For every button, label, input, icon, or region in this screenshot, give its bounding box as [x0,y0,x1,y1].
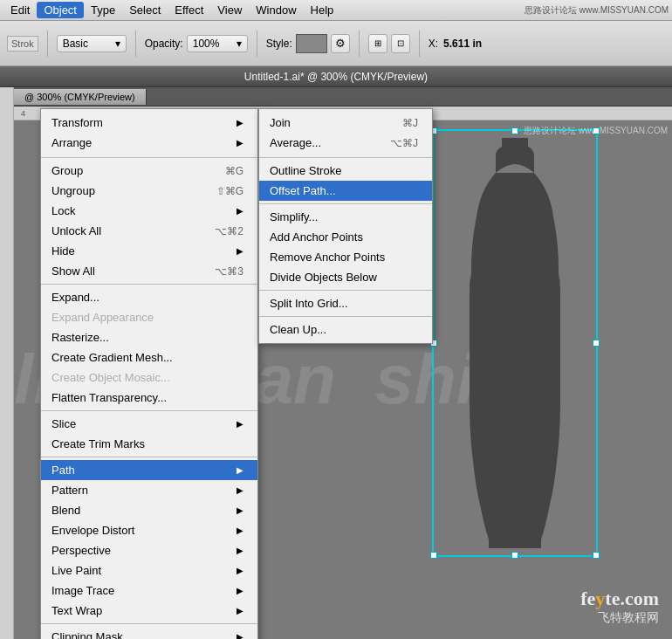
sep-1 [41,157,257,158]
menu-path-divide[interactable]: Divide Objects Below [259,267,432,287]
menu-item-arrange[interactable]: Arrange [41,133,257,153]
watermark-corner: 思路设计论坛 www.MISSYUAN.COM [524,125,668,137]
menu-item-envelope[interactable]: Envelope Distort [41,520,257,540]
menu-item-transform[interactable]: Transform [41,113,257,133]
doc-titlebar: Untitled-1.ai* @ 300% (CMYK/Preview) [0,66,672,87]
grid-controls: ⊞ ⊡ [368,34,410,53]
menu-help[interactable]: Help [304,2,341,18]
path-sep-2 [259,203,432,204]
menu-object-dropdown: Transform Arrange Group ⌘G Ungroup ⇧⌘G L… [40,108,258,639]
menu-item-unlock-all[interactable]: Unlock All ⌥⌘2 [41,221,257,241]
menu-item-text-wrap[interactable]: Text Wrap [41,601,257,621]
handle-bl [430,552,437,559]
menu-item-path[interactable]: Path [41,460,257,480]
style-box[interactable] [296,34,327,53]
style-settings[interactable]: ⚙ [331,34,350,53]
menu-path-dropdown: Join ⌘J Average... ⌥⌘J Outline Stroke Of… [258,108,433,344]
logo-site: feyte.com [580,587,659,610]
menu-path-cleanup[interactable]: Clean Up... [259,320,432,340]
menu-path-simplify[interactable]: Simplify... [259,207,432,227]
menu-path-join[interactable]: Join ⌘J [259,113,432,133]
toolbar-separator-4 [359,31,360,57]
menubar: Edit Object Type Select Effect View Wind… [0,0,672,21]
toolbar-separator-1 [47,31,48,57]
path-sep-3 [259,290,432,291]
app-window: Edit Object Type Select Effect View Wind… [0,0,672,639]
menu-path-outline-stroke[interactable]: Outline Stroke [259,161,432,181]
logo-area: feyte.com 飞特教程网 [580,587,659,626]
menu-item-expand-appearance[interactable]: Expand Appearance [41,307,257,327]
menu-item-live-paint[interactable]: Live Paint [41,560,257,581]
handle-br [593,552,600,559]
bottle-silhouette [445,138,585,548]
menu-item-perspective[interactable]: Perspective [41,540,257,560]
menu-path-remove-anchor[interactable]: Remove Anchor Points [259,247,432,267]
opacity-label: Opacity: [145,38,183,50]
grid-button[interactable]: ⊞ [368,34,387,53]
menu-item-hide[interactable]: Hide [41,241,257,261]
menu-item-image-trace[interactable]: Image Trace [41,581,257,601]
style-label: Style: [266,38,292,50]
sep-3 [41,410,257,411]
menu-item-slice[interactable]: Slice [41,414,257,434]
menu-path-add-anchor[interactable]: Add Anchor Points [259,227,432,247]
body-area: @ 300% (CMYK/Preview) 41/251/26 licious … [0,87,672,639]
menu-item-create-mosaic[interactable]: Create Object Mosaic... [41,368,257,388]
menu-path-offset[interactable]: Offset Path... [259,181,432,201]
logo-sub: 飞特教程网 [580,610,659,626]
menu-path-split-grid[interactable]: Split Into Grid... [259,293,432,313]
handle-tm [511,127,518,134]
sep-4 [41,457,257,457]
menu-item-pattern[interactable]: Pattern [41,480,257,500]
menu-item-clipping-mask[interactable]: Clipping Mask [41,627,257,639]
handle-mr [593,340,600,347]
tabbar: @ 300% (CMYK/Preview) [14,87,672,106]
side-ruler [0,87,14,639]
toolbar-separator-2 [135,31,136,57]
sep-5 [41,623,257,624]
menu-item-expand[interactable]: Expand... [41,287,257,307]
path-sep-1 [259,157,432,158]
menu-item-rasterize[interactable]: Rasterize... [41,327,257,347]
toolbar-separator-3 [257,31,257,57]
stroke-indicator: Strok [7,36,38,52]
toolbar: Strok Basic▾ Opacity: 100%▾ Style: ⚙ ⊞ ⊡… [0,21,672,66]
menu-item-trim-marks[interactable]: Create Trim Marks [41,434,257,454]
menu-object[interactable]: Object [37,2,84,18]
menu-item-show-all[interactable]: Show All ⌥⌘3 [41,261,257,281]
basic-selector[interactable]: Basic▾ [57,35,127,52]
menu-edit[interactable]: Edit [3,2,37,18]
menu-effect[interactable]: Effect [168,2,210,18]
tab-active[interactable]: @ 300% (CMYK/Preview) [14,89,147,105]
handle-bm [511,552,518,559]
menu-item-ungroup[interactable]: Ungroup ⇧⌘G [41,181,257,201]
path-sep-4 [259,316,432,317]
toolbar-separator-5 [419,31,420,57]
opacity-selector[interactable]: 100%▾ [187,35,248,52]
menu-item-blend[interactable]: Blend [41,500,257,520]
x-label: X: [429,38,438,50]
menu-window[interactable]: Window [249,2,303,18]
sep-2 [41,284,257,285]
menu-type[interactable]: Type [84,2,122,18]
menu-select[interactable]: Select [122,2,168,18]
grid-button-2[interactable]: ⊡ [391,34,410,53]
menu-item-lock[interactable]: Lock [41,201,257,221]
menu-path-average[interactable]: Average... ⌥⌘J [259,133,432,153]
doc-title: Untitled-1.ai* @ 300% (CMYK/Preview) [244,71,428,83]
selection-box [432,129,598,557]
menu-view[interactable]: View [210,2,249,18]
menu-item-group[interactable]: Group ⌘G [41,161,257,181]
menu-item-flatten[interactable]: Flatten Transparency... [41,388,257,408]
watermark-top: 思路设计论坛 www.MISSYUAN.COM [525,4,669,17]
x-value: 5.611 in [443,38,482,50]
menu-item-create-gradient[interactable]: Create Gradient Mesh... [41,347,257,368]
